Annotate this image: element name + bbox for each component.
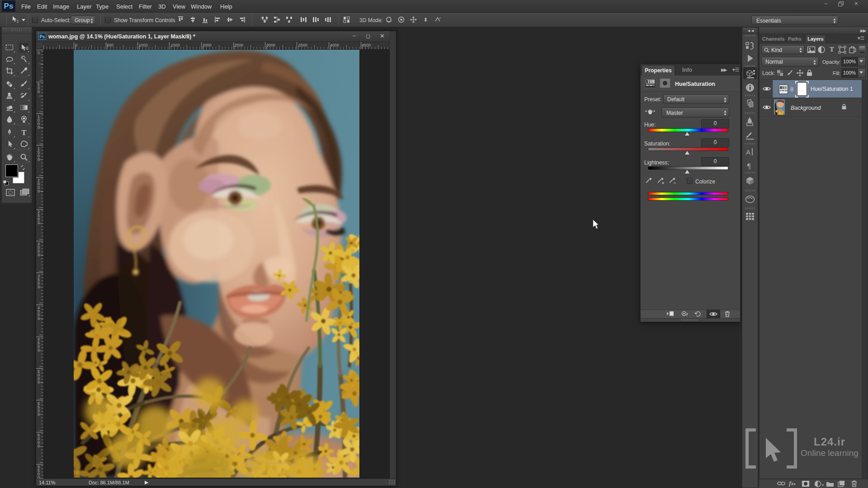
svg-text:¶: ¶: [747, 162, 751, 170]
svg-text:T: T: [21, 128, 27, 137]
svg-text:A: A: [746, 148, 750, 156]
